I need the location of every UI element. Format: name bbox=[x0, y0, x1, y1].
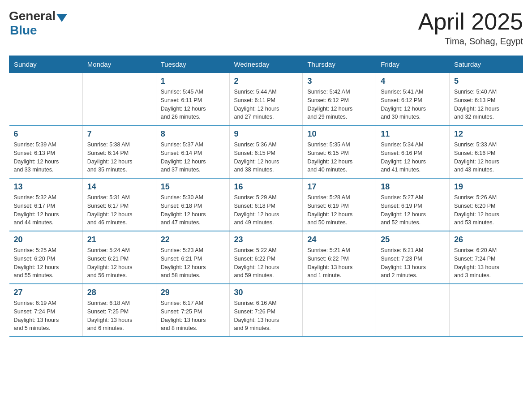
calendar-cell bbox=[82, 73, 156, 126]
calendar-week-row: 13Sunrise: 5:32 AMSunset: 6:17 PMDayligh… bbox=[9, 178, 523, 231]
day-number: 13 bbox=[14, 182, 78, 192]
day-info: Sunrise: 5:22 AMSunset: 6:22 PMDaylight:… bbox=[234, 246, 298, 280]
day-info: Sunrise: 5:28 AMSunset: 6:19 PMDaylight:… bbox=[307, 193, 371, 227]
logo: General Blue bbox=[9, 9, 67, 38]
weekday-header-thursday: Thursday bbox=[303, 56, 376, 73]
day-number: 10 bbox=[307, 129, 371, 139]
day-info: Sunrise: 5:44 AMSunset: 6:11 PMDaylight:… bbox=[234, 88, 298, 121]
calendar-cell: 12Sunrise: 5:33 AMSunset: 6:16 PMDayligh… bbox=[450, 125, 523, 178]
day-number: 23 bbox=[234, 235, 298, 244]
calendar-cell: 6Sunrise: 5:39 AMSunset: 6:13 PMDaylight… bbox=[9, 125, 83, 178]
day-number: 14 bbox=[87, 182, 151, 192]
calendar-cell: 20Sunrise: 5:25 AMSunset: 6:20 PMDayligh… bbox=[9, 231, 83, 284]
day-info: Sunrise: 5:41 AMSunset: 6:12 PMDaylight:… bbox=[381, 88, 445, 121]
calendar-location: Tima, Sohag, Egypt bbox=[418, 36, 523, 47]
day-info: Sunrise: 6:18 AMSunset: 7:25 PMDaylight:… bbox=[87, 299, 151, 333]
page-header: General Blue April 2025 Tima, Sohag, Egy… bbox=[9, 9, 523, 47]
day-info: Sunrise: 5:26 AMSunset: 6:20 PMDaylight:… bbox=[454, 193, 518, 227]
logo-blue-text: Blue bbox=[10, 23, 37, 38]
calendar-cell: 11Sunrise: 5:34 AMSunset: 6:16 PMDayligh… bbox=[376, 125, 450, 178]
day-info: Sunrise: 6:19 AMSunset: 7:24 PMDaylight:… bbox=[14, 299, 78, 333]
calendar-cell: 23Sunrise: 5:22 AMSunset: 6:22 PMDayligh… bbox=[229, 231, 303, 284]
calendar-cell: 18Sunrise: 5:27 AMSunset: 6:19 PMDayligh… bbox=[376, 178, 450, 231]
day-number: 3 bbox=[307, 77, 371, 86]
day-info: Sunrise: 5:34 AMSunset: 6:16 PMDaylight:… bbox=[381, 141, 445, 174]
day-number: 7 bbox=[87, 129, 151, 139]
weekday-header-tuesday: Tuesday bbox=[156, 56, 229, 73]
day-number: 19 bbox=[454, 182, 518, 192]
calendar-title: April 2025 bbox=[418, 9, 523, 34]
calendar-cell: 1Sunrise: 5:45 AMSunset: 6:11 PMDaylight… bbox=[156, 73, 229, 126]
logo-arrow-icon bbox=[56, 14, 67, 22]
calendar-cell: 10Sunrise: 5:35 AMSunset: 6:15 PMDayligh… bbox=[303, 125, 376, 178]
day-info: Sunrise: 5:37 AMSunset: 6:14 PMDaylight:… bbox=[161, 141, 225, 174]
calendar-cell: 3Sunrise: 5:42 AMSunset: 6:12 PMDaylight… bbox=[303, 73, 376, 126]
day-number: 5 bbox=[454, 77, 518, 86]
day-info: Sunrise: 5:25 AMSunset: 6:20 PMDaylight:… bbox=[14, 246, 78, 280]
day-number: 12 bbox=[454, 129, 518, 139]
day-info: Sunrise: 5:27 AMSunset: 6:19 PMDaylight:… bbox=[381, 193, 445, 227]
day-info: Sunrise: 5:30 AMSunset: 6:18 PMDaylight:… bbox=[161, 193, 225, 227]
day-info: Sunrise: 5:33 AMSunset: 6:16 PMDaylight:… bbox=[454, 141, 518, 174]
day-info: Sunrise: 5:29 AMSunset: 6:18 PMDaylight:… bbox=[234, 193, 298, 227]
day-number: 26 bbox=[454, 235, 518, 244]
calendar-week-row: 1Sunrise: 5:45 AMSunset: 6:11 PMDaylight… bbox=[9, 73, 523, 126]
day-number: 17 bbox=[307, 182, 371, 192]
calendar-cell: 14Sunrise: 5:31 AMSunset: 6:17 PMDayligh… bbox=[82, 178, 156, 231]
weekday-header-monday: Monday bbox=[82, 56, 156, 73]
calendar-cell: 15Sunrise: 5:30 AMSunset: 6:18 PMDayligh… bbox=[156, 178, 229, 231]
day-number: 16 bbox=[234, 182, 298, 192]
day-info: Sunrise: 5:40 AMSunset: 6:13 PMDaylight:… bbox=[454, 88, 518, 121]
day-info: Sunrise: 5:38 AMSunset: 6:14 PMDaylight:… bbox=[87, 141, 151, 174]
calendar-cell: 13Sunrise: 5:32 AMSunset: 6:17 PMDayligh… bbox=[9, 178, 83, 231]
day-number: 8 bbox=[161, 129, 225, 139]
calendar-cell bbox=[9, 73, 83, 126]
calendar-cell: 4Sunrise: 5:41 AMSunset: 6:12 PMDaylight… bbox=[376, 73, 450, 126]
day-info: Sunrise: 5:32 AMSunset: 6:17 PMDaylight:… bbox=[14, 193, 78, 227]
weekday-header-wednesday: Wednesday bbox=[229, 56, 303, 73]
day-number: 21 bbox=[87, 235, 151, 244]
day-number: 29 bbox=[161, 288, 225, 297]
calendar-cell bbox=[303, 284, 376, 337]
day-number: 20 bbox=[14, 235, 78, 244]
logo-general-text: General bbox=[9, 9, 56, 23]
day-number: 6 bbox=[14, 129, 78, 139]
day-info: Sunrise: 5:45 AMSunset: 6:11 PMDaylight:… bbox=[161, 88, 225, 121]
calendar-cell: 9Sunrise: 5:36 AMSunset: 6:15 PMDaylight… bbox=[229, 125, 303, 178]
day-number: 28 bbox=[87, 288, 151, 297]
weekday-header-saturday: Saturday bbox=[450, 56, 523, 73]
calendar-cell: 26Sunrise: 6:20 AMSunset: 7:24 PMDayligh… bbox=[450, 231, 523, 284]
calendar-week-row: 6Sunrise: 5:39 AMSunset: 6:13 PMDaylight… bbox=[9, 125, 523, 178]
calendar-week-row: 20Sunrise: 5:25 AMSunset: 6:20 PMDayligh… bbox=[9, 231, 523, 284]
day-number: 1 bbox=[161, 77, 225, 86]
day-number: 4 bbox=[381, 77, 445, 86]
day-info: Sunrise: 6:16 AMSunset: 7:26 PMDaylight:… bbox=[234, 299, 298, 333]
calendar-week-row: 27Sunrise: 6:19 AMSunset: 7:24 PMDayligh… bbox=[9, 284, 523, 337]
calendar-table: SundayMondayTuesdayWednesdayThursdayFrid… bbox=[9, 56, 523, 337]
calendar-cell: 27Sunrise: 6:19 AMSunset: 7:24 PMDayligh… bbox=[9, 284, 83, 337]
day-info: Sunrise: 5:35 AMSunset: 6:15 PMDaylight:… bbox=[307, 141, 371, 174]
day-number: 22 bbox=[161, 235, 225, 244]
calendar-cell: 16Sunrise: 5:29 AMSunset: 6:18 PMDayligh… bbox=[229, 178, 303, 231]
calendar-cell: 19Sunrise: 5:26 AMSunset: 6:20 PMDayligh… bbox=[450, 178, 523, 231]
calendar-cell bbox=[450, 284, 523, 337]
day-info: Sunrise: 5:31 AMSunset: 6:17 PMDaylight:… bbox=[87, 193, 151, 227]
title-block: April 2025 Tima, Sohag, Egypt bbox=[418, 9, 523, 47]
calendar-cell: 29Sunrise: 6:17 AMSunset: 7:25 PMDayligh… bbox=[156, 284, 229, 337]
calendar-cell: 5Sunrise: 5:40 AMSunset: 6:13 PMDaylight… bbox=[450, 73, 523, 126]
day-number: 27 bbox=[14, 288, 78, 297]
day-number: 15 bbox=[161, 182, 225, 192]
day-info: Sunrise: 5:39 AMSunset: 6:13 PMDaylight:… bbox=[14, 141, 78, 174]
calendar-cell bbox=[376, 284, 450, 337]
day-info: Sunrise: 5:21 AMSunset: 6:22 PMDaylight:… bbox=[307, 246, 371, 280]
day-info: Sunrise: 5:36 AMSunset: 6:15 PMDaylight:… bbox=[234, 141, 298, 174]
calendar-cell: 7Sunrise: 5:38 AMSunset: 6:14 PMDaylight… bbox=[82, 125, 156, 178]
day-number: 2 bbox=[234, 77, 298, 86]
calendar-cell: 25Sunrise: 6:21 AMSunset: 7:23 PMDayligh… bbox=[376, 231, 450, 284]
weekday-header-sunday: Sunday bbox=[9, 56, 83, 73]
calendar-cell: 2Sunrise: 5:44 AMSunset: 6:11 PMDaylight… bbox=[229, 73, 303, 126]
day-number: 24 bbox=[307, 235, 371, 244]
weekday-header-friday: Friday bbox=[376, 56, 450, 73]
calendar-cell: 21Sunrise: 5:24 AMSunset: 6:21 PMDayligh… bbox=[82, 231, 156, 284]
weekday-header-row: SundayMondayTuesdayWednesdayThursdayFrid… bbox=[9, 56, 523, 73]
